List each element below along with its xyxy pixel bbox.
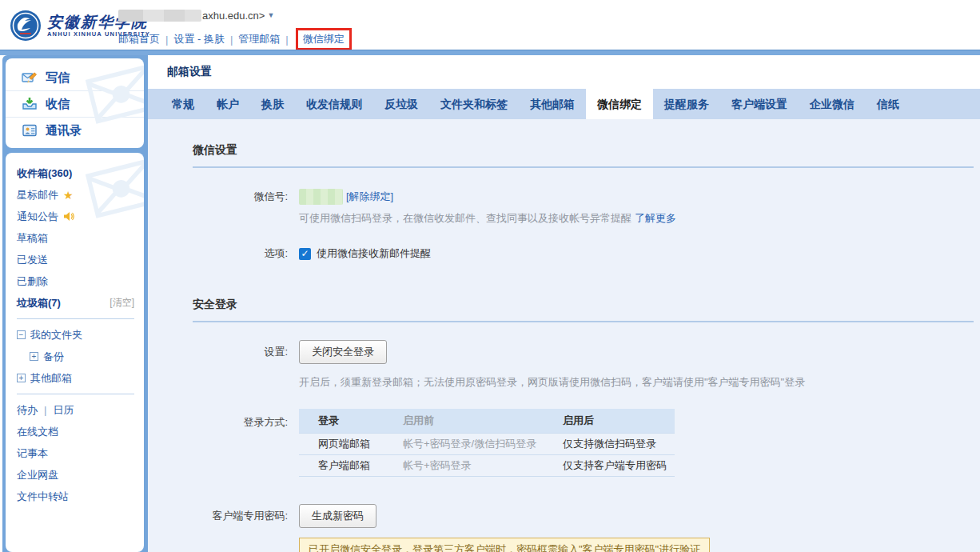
sidebar-item-deleted[interactable]: 已删除 (17, 270, 134, 292)
wechat-id-row: 微信号: [解除绑定] (148, 189, 980, 205)
client-password-label: 客户端专用密码: (148, 509, 288, 523)
options-row: 选项: 使用微信接收新邮件提醒 (148, 246, 980, 261)
inbox-label: 收件箱(360) (17, 166, 72, 181)
expand-icon[interactable]: + (30, 352, 38, 361)
sidebar-item-sent[interactable]: 已发送 (17, 249, 134, 270)
redacted-wechat-id-block (299, 189, 343, 205)
starred-label: 星标邮件 (17, 188, 58, 202)
table-row: 客户端邮箱 帐号+密码登录 仅支持客户端专用密码 (299, 454, 675, 476)
sidebar-item-compose[interactable]: 写信 (6, 65, 144, 90)
other-mail-label: 其他邮箱 (30, 371, 72, 386)
sidebar-actions-box: ✉ 写信 收信 (6, 58, 144, 148)
sidebar-item-receive[interactable]: 收信 (6, 90, 144, 117)
sidebar-divider (17, 318, 134, 319)
tab-wechat-bind[interactable]: 微信绑定 (586, 89, 653, 119)
contacts-icon (22, 122, 38, 138)
tab-stationery[interactable]: 信纸 (866, 89, 910, 119)
my-folders-label: 我的文件夹 (30, 328, 82, 342)
sidebar-item-online-docs[interactable]: 在线文档 (17, 421, 134, 442)
login-methods-label: 登录方式: (148, 415, 288, 430)
table-header-row: 登录 启用前 启用后 (299, 409, 675, 433)
title-row: 邮箱设置 (148, 55, 980, 89)
tab-enterprise-wechat[interactable]: 企业微信 (799, 89, 866, 119)
security-description-row: 开启后，须重新登录邮箱；无法使用原密码登录，网页版请使用微信扫码，客户端请使用"… (148, 375, 980, 390)
wechat-notify-label: 使用微信接收新邮件提醒 (317, 246, 431, 261)
page-header: 安徽新华学院 ANHUI XINHUA UNIVERSITY axhu.edu.… (0, 0, 980, 50)
page-title: 邮箱设置 (167, 65, 212, 79)
tab-folders-labels[interactable]: 文件夹和标签 (429, 89, 519, 119)
pipe-separator: | (44, 404, 46, 416)
university-emblem-icon (10, 10, 42, 42)
sidebar-folders-box: ✉ 收件箱(360) 星标邮件 ★ 通知公告 草稿箱 已发送 (6, 153, 144, 552)
security-description: 开启后，须重新登录邮箱；无法使用原密码登录，网页版请使用微信扫码，客户端请使用"… (299, 375, 980, 390)
sidebar-item-contacts[interactable]: 通讯录 (6, 117, 144, 143)
tab-client-settings[interactable]: 客户端设置 (720, 89, 799, 119)
generate-password-button[interactable]: 生成新密码 (299, 504, 376, 528)
announcements-label: 通知公告 (17, 210, 58, 224)
cell-web-before: 帐号+密码登录/微信扫码登录 (403, 433, 563, 454)
speaker-icon (63, 211, 74, 222)
sidebar-item-enterprise-drive[interactable]: 企业网盘 (17, 464, 134, 486)
sidebar-item-starred[interactable]: 星标邮件 ★ (17, 184, 134, 206)
nav-manage-mail[interactable]: 管理邮箱 (238, 32, 280, 46)
nav-settings-skin[interactable]: 设置 - 换肤 (173, 32, 225, 46)
settings-tabbar: 常规 帐户 换肤 收发信规则 反垃圾 文件夹和标签 其他邮箱 微信绑定 提醒服务… (148, 89, 980, 119)
red-highlight-box: 微信绑定 (296, 28, 352, 50)
tab-skin[interactable]: 换肤 (250, 89, 295, 119)
contacts-label: 通讯录 (46, 123, 82, 138)
cell-client-mail: 客户端邮箱 (299, 454, 403, 476)
tab-general[interactable]: 常规 (161, 89, 205, 119)
chevron-down-icon[interactable]: ▼ (267, 11, 274, 19)
security-settings-row: 设置: 关闭安全登录 (148, 340, 980, 364)
tab-other-mail[interactable]: 其他邮箱 (519, 89, 586, 119)
drafts-label: 草稿箱 (17, 231, 48, 246)
tab-mail-rules[interactable]: 收发信规则 (295, 89, 373, 119)
settings-content: 微信设置 微信号: [解除绑定] 可使用微信扫码登录，在微信收发邮件、查找同事以… (148, 119, 980, 552)
expand-icon[interactable]: + (17, 374, 26, 382)
sidebar-item-backup[interactable]: + 备份 (17, 346, 134, 367)
sidebar-item-trash[interactable]: 垃圾箱(7) [清空] (17, 292, 134, 314)
nav-mail-home[interactable]: 邮箱首页 (118, 32, 160, 46)
compose-label: 写信 (46, 70, 70, 86)
cell-web-mail: 网页端邮箱 (299, 433, 403, 454)
wechat-section-title: 微信设置 (193, 143, 974, 168)
login-methods-table: 登录 启用前 启用后 网页端邮箱 帐号+密码登录/微信扫码登录 仅支持微信扫码登… (299, 409, 675, 477)
sidebar-item-file-transfer[interactable]: 文件中转站 (17, 486, 134, 507)
unbind-link[interactable]: [解除绑定] (346, 190, 393, 204)
sidebar-item-my-folders[interactable]: − 我的文件夹 (17, 324, 134, 346)
calendar-link[interactable]: 日历 (53, 403, 74, 418)
col-after-enable: 启用后 (563, 409, 675, 433)
login-methods-row: 登录方式: 登录 启用前 启用后 网页端邮箱 (148, 409, 980, 477)
nav-wechat-bind[interactable]: 微信绑定 (303, 33, 345, 45)
sidebar-item-notepad[interactable]: 记事本 (17, 442, 134, 464)
sidebar-item-announcements[interactable]: 通知公告 (17, 206, 134, 227)
tab-account[interactable]: 帐户 (205, 89, 250, 119)
sidebar-item-inbox[interactable]: 收件箱(360) (17, 162, 134, 184)
sidebar-divider (17, 394, 134, 394)
col-before-enable: 启用前 (403, 409, 563, 433)
redacted-email-block (118, 10, 201, 22)
cell-client-before: 帐号+密码登录 (403, 454, 563, 476)
cell-client-after: 仅支持客户端专用密码 (563, 454, 675, 476)
wechat-description-row: 可使用微信扫码登录，在微信收发邮件、查找同事以及接收帐号异常提醒 了解更多 (148, 211, 980, 226)
tab-antispam[interactable]: 反垃圾 (373, 89, 429, 119)
account-email: axhu.edu.cn> (202, 10, 265, 22)
account-dropdown[interactable]: axhu.edu.cn> ▼ (118, 7, 352, 23)
cell-web-after: 仅支持微信扫码登录 (563, 433, 675, 454)
trash-clear-link[interactable]: [清空] (110, 296, 134, 310)
learn-more-link[interactable]: 了解更多 (635, 211, 676, 226)
enterprise-drive-label: 企业网盘 (17, 468, 58, 482)
receive-mail-icon (22, 96, 38, 112)
header-nav: 邮箱首页 | 设置 - 换肤 | 管理邮箱 | 微信绑定 (118, 28, 352, 50)
nav-separator: | (285, 34, 288, 46)
collapse-icon[interactable]: − (17, 330, 26, 339)
online-docs-label: 在线文档 (17, 425, 58, 439)
todo-link[interactable]: 待办 (17, 403, 38, 418)
file-transfer-label: 文件中转站 (17, 490, 69, 504)
tab-reminder-service[interactable]: 提醒服务 (653, 89, 720, 119)
sidebar-item-drafts[interactable]: 草稿箱 (17, 227, 134, 249)
wechat-notify-checkbox[interactable] (299, 248, 311, 260)
sidebar-item-other-mail[interactable]: + 其他邮箱 (17, 367, 134, 389)
main-panel: 邮箱设置 常规 帐户 换肤 收发信规则 反垃圾 文件夹和标签 其他邮箱 微信绑定… (148, 55, 980, 552)
close-secure-login-button[interactable]: 关闭安全登录 (299, 340, 387, 364)
